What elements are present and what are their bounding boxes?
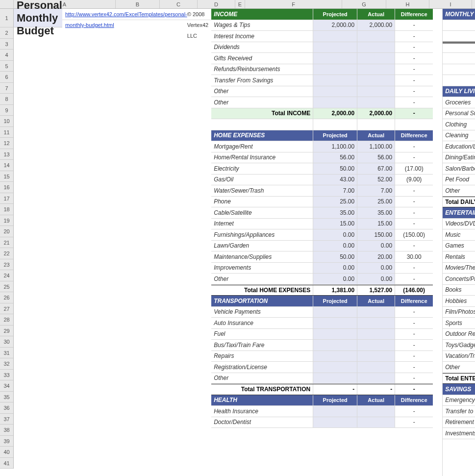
column-headers[interactable]: A B C D E F G H I: [0, 0, 475, 9]
cell-actual[interactable]: [357, 406, 395, 417]
table-row[interactable]: Concerts/Plays -: [443, 274, 475, 285]
row-label[interactable]: Personal Supplies: [443, 108, 475, 119]
cell-projected[interactable]: 43.00: [313, 175, 357, 185]
row-header[interactable]: 23: [0, 259, 13, 271]
cell-projected[interactable]: 0.00: [313, 263, 357, 274]
cell-actual[interactable]: [357, 307, 395, 318]
row-header[interactable]: 10: [0, 116, 13, 127]
row-header[interactable]: 6: [0, 72, 13, 83]
row-header[interactable]: 17: [0, 193, 13, 204]
cell-difference[interactable]: -: [395, 307, 433, 318]
cell-projected[interactable]: [313, 373, 357, 384]
table-row[interactable]: Fuel -: [211, 329, 433, 340]
row-label[interactable]: Gas/Oil: [211, 175, 313, 185]
table-row[interactable]: Lawn/Garden 0.00 0.00 -: [211, 241, 433, 252]
row-label[interactable]: Other: [211, 274, 313, 284]
table-row[interactable]: Movies/Theater -: [443, 263, 475, 274]
row-label[interactable]: Registration/License: [211, 362, 313, 373]
row-header[interactable]: 26: [0, 292, 13, 303]
cell-actual[interactable]: 15.00: [357, 219, 395, 229]
cell-projected[interactable]: [313, 307, 357, 318]
row-header[interactable]: 5: [0, 61, 13, 72]
table-row[interactable]: Water/Sewer/Trash 7.00 7.00 -: [211, 185, 433, 197]
row-header[interactable]: 8: [0, 94, 13, 105]
cell-actual[interactable]: 7.00: [357, 185, 395, 196]
table-row[interactable]: Doctor/Dentist -: [211, 417, 433, 428]
row-label[interactable]: Lawn/Garden: [211, 241, 313, 251]
table-row[interactable]: Improvements 0.00 0.00 -: [211, 263, 433, 274]
row-header[interactable]: 33: [0, 370, 13, 381]
cell-projected[interactable]: [313, 318, 357, 328]
table-row[interactable]: Phone 25.00 25.00 -: [211, 197, 433, 208]
row-label[interactable]: Bus/Taxi/Train Fare: [211, 340, 313, 351]
row-label[interactable]: Salon/Barber: [443, 163, 475, 174]
cell-difference[interactable]: -: [395, 373, 433, 384]
cell-projected[interactable]: 15.00: [313, 219, 357, 229]
row-label[interactable]: Transfer From Savings: [211, 75, 313, 86]
table-row[interactable]: Transfer to Savings -: [443, 406, 475, 417]
cell-actual[interactable]: 2,000.00: [357, 20, 395, 31]
row-label[interactable]: Toys/Gadgets: [443, 340, 475, 351]
row-label[interactable]: Education/Lessons: [443, 141, 475, 152]
row-header[interactable]: 15: [0, 171, 13, 182]
table-row[interactable]: Home/Rental Insurance 56.00 56.00 -: [211, 152, 433, 164]
table-row[interactable]: Hobbies -: [443, 296, 475, 307]
table-row[interactable]: Internet 15.00 15.00 -: [211, 219, 433, 230]
row-label[interactable]: Doctor/Dentist: [211, 417, 313, 428]
cell-actual[interactable]: [357, 318, 395, 328]
row-header[interactable]: 4: [0, 50, 13, 61]
table-row[interactable]: Investments -: [443, 428, 475, 439]
cell-actual[interactable]: [357, 64, 395, 75]
total-row[interactable]: Total DAILY LIVING - - -: [443, 197, 475, 208]
row-header[interactable]: 11: [0, 127, 13, 138]
table-row[interactable]: Other -: [211, 373, 433, 384]
row-label[interactable]: Rentals: [443, 251, 475, 262]
row-label[interactable]: Investments: [443, 428, 475, 439]
cell-actual[interactable]: 20.00: [357, 251, 395, 262]
row-header[interactable]: 7: [0, 83, 13, 94]
table-row[interactable]: Videos/DVDs -: [443, 219, 475, 230]
cell-difference[interactable]: -: [395, 185, 433, 196]
row-label[interactable]: Other: [211, 373, 313, 384]
row-label[interactable]: Health Insurance: [211, 406, 313, 417]
row-label[interactable]: Film/Photos: [443, 307, 475, 318]
row-label[interactable]: Books: [443, 285, 475, 296]
section-header[interactable]: TRANSPORTATION Projected Actual Differen…: [211, 296, 433, 307]
row-header[interactable]: 20: [0, 226, 13, 237]
row-label[interactable]: Other: [443, 362, 475, 373]
cell-actual[interactable]: 56.00: [357, 152, 395, 163]
cell-difference[interactable]: -: [395, 274, 433, 284]
row-header[interactable]: 12: [0, 138, 13, 149]
col-header-i[interactable]: I: [429, 0, 472, 8]
cell-difference[interactable]: 30.00: [395, 251, 433, 262]
cell-difference[interactable]: -: [395, 318, 433, 328]
cell-difference[interactable]: -: [395, 219, 433, 229]
table-row[interactable]: Film/Photos -: [443, 307, 475, 318]
table-row[interactable]: Books -: [443, 285, 475, 296]
row-header[interactable]: 21: [0, 237, 13, 249]
row-header[interactable]: 32: [0, 358, 13, 370]
table-row[interactable]: Vacation/Travel -: [443, 351, 475, 362]
spreadsheet[interactable]: A B C D E F G H I 1 23456789101112131415…: [0, 0, 475, 476]
row-header[interactable]: 3: [0, 39, 13, 50]
cell-projected[interactable]: [313, 362, 357, 373]
cell-projected[interactable]: [313, 64, 357, 75]
cell-projected[interactable]: 56.00: [313, 152, 357, 163]
row-label[interactable]: Pet Food: [443, 175, 475, 185]
col-header-g[interactable]: G: [342, 0, 386, 8]
row-header[interactable]: 25: [0, 281, 13, 293]
row-header[interactable]: 16: [0, 182, 13, 193]
total-row[interactable]: Total TRANSPORTATION - - -: [211, 384, 433, 395]
cell-actual[interactable]: [357, 329, 395, 340]
row-label[interactable]: Videos/DVDs: [443, 219, 475, 229]
row-label[interactable]: Concerts/Plays: [443, 274, 475, 284]
cell-projected[interactable]: [313, 340, 357, 351]
cell-actual[interactable]: [357, 75, 395, 86]
table-row[interactable]: Cleaning -: [443, 130, 475, 142]
cell-actual[interactable]: 25.00: [357, 197, 395, 207]
cell-projected[interactable]: [313, 75, 357, 86]
row-label[interactable]: Transfer to Savings: [443, 406, 475, 417]
cell-actual[interactable]: [357, 53, 395, 64]
row-label[interactable]: Phone: [211, 197, 313, 207]
row-header[interactable]: 24: [0, 270, 13, 281]
